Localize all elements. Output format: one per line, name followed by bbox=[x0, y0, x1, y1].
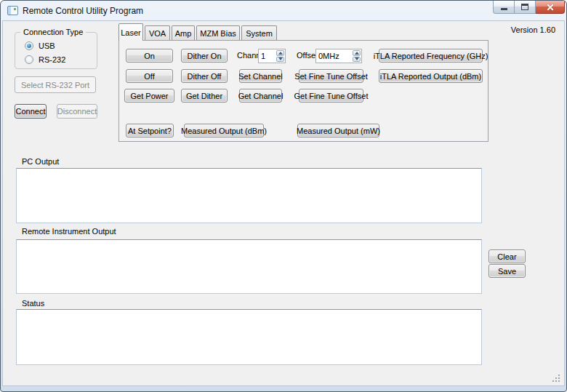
tab-mzm-bias[interactable]: MZM Bias bbox=[196, 25, 240, 40]
radio-usb-label: USB bbox=[39, 41, 55, 50]
channel-spinner-up-button[interactable] bbox=[276, 50, 284, 56]
get-fine-tune-offset-button[interactable]: Get Fine Tune Offset bbox=[299, 89, 363, 103]
get-dither-button[interactable]: Get Dither bbox=[181, 89, 228, 103]
offset-input[interactable] bbox=[316, 49, 354, 63]
tab-laser[interactable]: Laser bbox=[118, 23, 143, 41]
maximize-icon bbox=[521, 4, 528, 10]
clear-button[interactable]: Clear bbox=[488, 249, 526, 263]
triangle-up-icon bbox=[355, 52, 359, 55]
radio-usb[interactable]: USB bbox=[25, 41, 55, 50]
radio-usb-icon bbox=[25, 41, 33, 50]
window-title: Remote Control Utility Program bbox=[23, 6, 143, 16]
set-fine-tune-offset-button[interactable]: Set Fine Tune Offset bbox=[299, 69, 363, 83]
itla-reported-output-button[interactable]: iTLA Reported Output (dBm) bbox=[379, 69, 483, 83]
client-area: Connection Type USB RS-232 Select RS-232… bbox=[3, 21, 564, 385]
minimize-button[interactable] bbox=[493, 1, 515, 14]
close-button[interactable] bbox=[536, 1, 565, 14]
pc-output-textarea[interactable] bbox=[16, 168, 482, 223]
offset-spinner bbox=[315, 49, 362, 63]
window-controls bbox=[493, 1, 565, 14]
channel-spinner bbox=[258, 49, 286, 63]
status-label: Status bbox=[22, 299, 44, 308]
remote-instrument-output-textarea[interactable] bbox=[16, 239, 482, 294]
radio-rs232-icon bbox=[25, 55, 33, 64]
dither-off-button[interactable]: Dither Off bbox=[181, 69, 228, 83]
measured-output-dbm-button[interactable]: Measured Output (dBm) bbox=[184, 124, 264, 137]
app-window: Remote Control Utility Program Connectio… bbox=[0, 0, 567, 392]
close-icon bbox=[546, 3, 554, 11]
select-rs232-port-button[interactable]: Select RS-232 Port bbox=[15, 76, 96, 93]
connection-type-label: Connection Type bbox=[20, 28, 86, 36]
measured-output-mw-button[interactable]: Measured Output (mW) bbox=[297, 124, 379, 137]
pc-output-label: PC Output bbox=[22, 157, 59, 166]
radio-rs232[interactable]: RS-232 bbox=[25, 55, 65, 64]
title-bar: Remote Control Utility Program bbox=[1, 1, 566, 21]
radio-rs232-label: RS-232 bbox=[39, 55, 65, 64]
version-label: Version 1.60 bbox=[511, 25, 555, 34]
triangle-down-icon bbox=[355, 57, 359, 60]
laser-off-button[interactable]: Off bbox=[126, 69, 173, 83]
save-button[interactable]: Save bbox=[488, 264, 526, 278]
triangle-down-icon bbox=[278, 57, 283, 60]
maximize-button[interactable] bbox=[515, 1, 536, 14]
get-channel-button[interactable]: Get Channel bbox=[239, 89, 282, 103]
disconnect-button[interactable]: Disconnect bbox=[57, 104, 97, 119]
offset-label: Offset bbox=[297, 51, 318, 60]
laser-tab-page: On Dither On Channel Offset iTLA Reporte… bbox=[118, 40, 488, 142]
get-power-button[interactable]: Get Power bbox=[124, 89, 174, 103]
application-window-icon bbox=[7, 6, 18, 15]
resize-grip-icon[interactable] bbox=[551, 373, 560, 383]
offset-spinner-down-button[interactable] bbox=[353, 57, 361, 63]
laser-on-button[interactable]: On bbox=[126, 49, 173, 63]
tab-amp[interactable]: Amp bbox=[172, 25, 195, 40]
dither-on-button[interactable]: Dither On bbox=[181, 49, 228, 63]
status-textarea[interactable] bbox=[16, 309, 482, 365]
channel-spinner-down-button[interactable] bbox=[276, 57, 284, 63]
at-setpoint-button[interactable]: At Setpoint? bbox=[126, 124, 174, 137]
connection-type-group: Connection Type USB RS-232 bbox=[15, 32, 97, 69]
minimize-icon bbox=[501, 8, 507, 10]
tab-voa[interactable]: VOA bbox=[145, 25, 170, 40]
offset-spinner-up-button[interactable] bbox=[353, 50, 361, 56]
tab-system[interactable]: System bbox=[241, 25, 277, 40]
triangle-up-icon bbox=[278, 52, 283, 55]
set-channel-button[interactable]: Set Channel bbox=[239, 69, 282, 83]
remote-instrument-output-label: Remote Instrument Output bbox=[22, 227, 116, 236]
itla-reported-frequency-button[interactable]: iTLA Reported Frequency (GHz) bbox=[379, 49, 483, 63]
connect-button[interactable]: Connect bbox=[15, 104, 47, 119]
